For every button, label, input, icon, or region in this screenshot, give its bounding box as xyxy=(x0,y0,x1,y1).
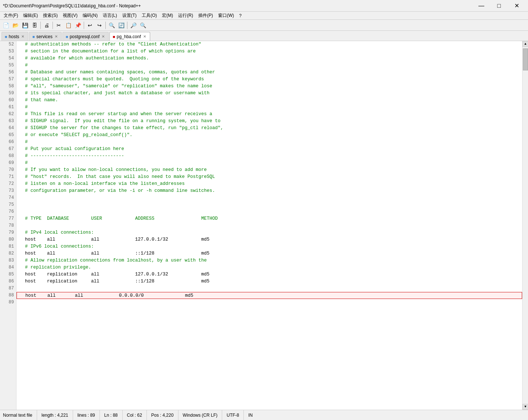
code-line-58: # "all", "sameuser", "samerole" or "repl… xyxy=(17,83,522,90)
eol-status: Windows (CR LF) xyxy=(178,410,223,420)
title-bar: *D:\Document\Program\PostgreSQL\11\data\… xyxy=(0,0,528,12)
scroll-thumb[interactable] xyxy=(523,48,528,70)
copy-button[interactable]: 📋 xyxy=(64,21,73,30)
tab-services[interactable]: ■services✕ xyxy=(29,32,62,41)
line-num-69: 69 xyxy=(0,160,16,167)
code-line-83: # Allow replication connections from loc… xyxy=(17,257,522,264)
menu-item-m[interactable]: 宏(M) xyxy=(160,12,175,19)
line-num-80: 80 xyxy=(0,236,16,243)
line-num-64: 64 xyxy=(0,125,16,132)
line-num-52: 52 xyxy=(0,41,16,48)
tab-icon-services: ■ xyxy=(32,34,35,39)
code-line-84: # replication privilege. xyxy=(17,264,522,271)
code-line-52: # authentication methods -- refer to the… xyxy=(17,41,522,48)
menu-item-[interactable]: ? xyxy=(237,12,244,19)
tab-close-postgresql[interactable]: ✕ xyxy=(101,34,105,39)
save-button[interactable]: 💾 xyxy=(21,21,29,30)
line-num-84: 84 xyxy=(0,264,16,271)
tab-pg_hba[interactable]: ■pg_hba.conf✕ xyxy=(109,32,150,41)
undo-button[interactable]: ↩ xyxy=(86,21,94,30)
tab-postgresql[interactable]: ■postgresql.conf✕ xyxy=(62,32,109,41)
code-line-64: # SIGHUP the server for the changes to t… xyxy=(17,125,522,132)
line-num-54: 54 xyxy=(0,55,16,62)
line-num-61: 61 xyxy=(0,104,16,111)
window-title: *D:\Document\Program\PostgreSQL\11\data\… xyxy=(3,3,141,8)
status-bar: Normal text file length : 4,221 lines : … xyxy=(0,410,528,420)
tab-close-hosts[interactable]: ✕ xyxy=(21,34,25,39)
line-num-76: 76 xyxy=(0,208,16,215)
code-line-61: # xyxy=(17,104,522,111)
line-num-87: 87 xyxy=(0,285,16,292)
tab-icon-hosts: ■ xyxy=(5,34,7,39)
code-line-81: # IPv6 local connections: xyxy=(17,243,522,250)
paste-button[interactable]: 📌 xyxy=(73,21,82,30)
new-button[interactable]: 📄 xyxy=(1,21,10,30)
menu-bar: 文件(F)编辑(E)搜索(S)视图(V)编码(N)语言(L)设置(T)工具(O)… xyxy=(0,12,528,20)
file-type-status: Normal text file xyxy=(3,410,37,420)
menu-item-e[interactable]: 编辑(E) xyxy=(21,12,40,19)
menu-item-r[interactable]: 运行(R) xyxy=(176,12,195,19)
line-numbers: 5253545556575859606162636465666768697071… xyxy=(0,41,17,410)
code-line-68: # ---------------------------------- xyxy=(17,153,522,160)
code-line-69: # xyxy=(17,160,522,167)
col-status: Col : 62 xyxy=(123,410,147,420)
menu-item-o[interactable]: 工具(O) xyxy=(140,12,159,19)
toolbar: 📄 📂 💾 🗄 🖨 ✂ 📋 📌 ↩ ↪ 🔍 🔄 🔎 🔍 xyxy=(0,20,528,31)
close-button[interactable]: ✕ xyxy=(508,1,525,11)
line-num-82: 82 xyxy=(0,250,16,257)
line-num-55: 55 xyxy=(0,62,16,69)
code-line-75 xyxy=(17,201,522,208)
code-line-73: # configuration parameter, or via the -i… xyxy=(17,187,522,194)
find-button[interactable]: 🔍 xyxy=(107,21,116,30)
code-line-62: # This file is read on server startup an… xyxy=(17,111,522,118)
toolbar-separator-2 xyxy=(53,22,53,29)
redo-button[interactable]: ↪ xyxy=(95,21,104,30)
length-status: length : 4,221 xyxy=(37,410,73,420)
code-area[interactable]: # authentication methods -- refer to the… xyxy=(17,41,522,410)
line-num-86: 86 xyxy=(0,278,16,285)
tab-label-services: services xyxy=(36,34,53,39)
menu-item-w[interactable]: 窗口(W) xyxy=(216,12,236,19)
line-num-70: 70 xyxy=(0,167,16,174)
code-line-76 xyxy=(17,208,522,215)
editor-container: 5253545556575859606162636465666768697071… xyxy=(0,41,528,410)
maximize-button[interactable]: □ xyxy=(491,1,507,11)
menu-item-f[interactable]: 文件(F) xyxy=(1,12,20,19)
line-num-78: 78 xyxy=(0,222,16,229)
open-button[interactable]: 📂 xyxy=(11,21,20,30)
code-line-89 xyxy=(17,299,522,306)
code-line-79: # IPv4 local connections: xyxy=(17,229,522,236)
menu-item-t[interactable]: 设置(T) xyxy=(120,12,139,19)
toolbar-separator-1 xyxy=(40,22,41,29)
cut-button[interactable]: ✂ xyxy=(54,21,63,30)
code-line-63: # SIGHUP signal. If you edit the file on… xyxy=(17,118,522,125)
save-all-button[interactable]: 🗄 xyxy=(30,21,39,30)
menu-item-n[interactable]: 编码(N) xyxy=(80,12,100,19)
code-line-54: # available for which authentication met… xyxy=(17,55,522,62)
scroll-up-button[interactable]: ▲ xyxy=(522,41,528,47)
code-line-71: # "host" records. In that case you will … xyxy=(17,174,522,180)
line-num-85: 85 xyxy=(0,271,16,278)
replace-button[interactable]: 🔄 xyxy=(117,21,126,30)
menu-item-l[interactable]: 语言(L) xyxy=(101,12,119,19)
line-num-58: 58 xyxy=(0,83,16,90)
tab-close-services[interactable]: ✕ xyxy=(54,34,58,39)
code-line-55: # xyxy=(17,62,522,69)
minimize-button[interactable]: — xyxy=(473,1,490,11)
zoom-out-button[interactable]: 🔍 xyxy=(138,21,147,30)
line-num-63: 63 xyxy=(0,118,16,125)
print-button[interactable]: 🖨 xyxy=(42,21,51,30)
scroll-down-button[interactable]: ▼ xyxy=(522,404,528,410)
toolbar-separator-3 xyxy=(84,22,84,29)
tab-hosts[interactable]: ■hosts✕ xyxy=(1,32,28,41)
zoom-in-button[interactable]: 🔎 xyxy=(129,21,138,30)
tab-label-postgresql: postgresql.conf xyxy=(70,34,100,39)
ln-status: Ln : 88 xyxy=(100,410,123,420)
line-num-66: 66 xyxy=(0,139,16,146)
vertical-scrollbar[interactable]: ▲ ▼ xyxy=(522,41,528,410)
menu-item-p[interactable]: 插件(P) xyxy=(196,12,215,19)
tab-close-pg_hba[interactable]: ✕ xyxy=(142,34,147,39)
menu-item-s[interactable]: 搜索(S) xyxy=(41,12,60,19)
code-line-56: # Database and user names containing spa… xyxy=(17,69,522,76)
menu-item-v[interactable]: 视图(V) xyxy=(61,12,80,19)
